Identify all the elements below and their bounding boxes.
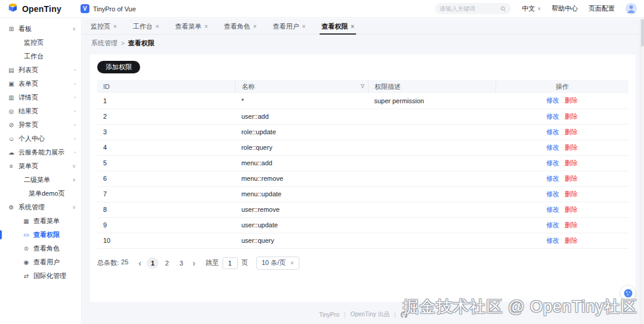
table-row: 9 user::update 修改删除 (97, 217, 628, 233)
theme-settings-button[interactable] (621, 286, 635, 300)
delete-link[interactable]: 删除 (565, 237, 578, 244)
content-card: 添加权限 ID 名称 ∇ 权限描述 操作 1 * super permissio (90, 54, 636, 302)
product-badge[interactable]: V TinyPro of Vue (80, 4, 136, 13)
edit-link[interactable]: 修改 (546, 97, 559, 104)
view-user-icon: ◉ (23, 259, 30, 266)
detail-icon: ▥ (8, 94, 15, 101)
tab-monitor[interactable]: 监控页 × (91, 18, 117, 34)
filter-icon[interactable]: ∇ (361, 84, 364, 90)
dashboard-icon: ⊞ (8, 26, 15, 32)
sidebar-item-form[interactable]: ▣ 表单页 › (0, 77, 81, 91)
tab-workbench[interactable]: 工作台 × (133, 18, 159, 34)
edit-link[interactable]: 修改 (546, 206, 559, 213)
i18n-icon: ⇄ (23, 273, 30, 279)
edit-link[interactable]: 修改 (546, 237, 559, 244)
edit-link[interactable]: 修改 (546, 159, 559, 166)
close-icon[interactable]: × (156, 23, 159, 30)
delete-link[interactable]: 删除 (565, 190, 578, 198)
user-icon: ☺ (8, 135, 15, 142)
chevron-right-icon: › (74, 95, 76, 100)
edit-link[interactable]: 修改 (546, 144, 559, 151)
col-header-actions: 操作 (496, 80, 628, 93)
github-icon[interactable] (401, 311, 407, 318)
goto-page-input[interactable] (222, 257, 238, 269)
search-input[interactable] (439, 5, 497, 12)
scrollbar-thumb[interactable] (641, 19, 644, 47)
search-icon[interactable] (500, 6, 506, 12)
chevron-right-icon: › (74, 81, 76, 87)
delete-link[interactable]: 删除 (565, 128, 578, 135)
page-config-link[interactable]: 页面配置 (589, 4, 615, 13)
prev-page-button[interactable]: ‹ (135, 259, 144, 267)
chevron-right-icon: › (74, 122, 76, 128)
sidebar-item-profile[interactable]: ☺ 个人中心 › (0, 132, 81, 146)
help-center-link[interactable]: 帮助中心 (552, 4, 578, 13)
cell-name: user::add (236, 109, 369, 124)
delete-link[interactable]: 删除 (565, 97, 578, 104)
edit-link[interactable]: 修改 (546, 128, 559, 135)
page-number-1[interactable]: 1 (147, 257, 159, 269)
tab-bar: 监控页 × 工作台 × 查看菜单 × 查看角色 × 查看用户 × 查看权限 × (82, 18, 644, 35)
next-page-button[interactable]: › (190, 259, 199, 267)
close-icon[interactable]: × (205, 23, 208, 30)
sidebar-item-menu-page[interactable]: ≡ 菜单页 ∨ (0, 159, 81, 173)
delete-link[interactable]: 删除 (565, 113, 578, 120)
vertical-scrollbar[interactable] (640, 18, 644, 324)
sidebar-item-kanban[interactable]: ⊞ 看板 ∨ (0, 22, 81, 36)
sidebar-item-view-permission[interactable]: ▭ 查看权限 (0, 228, 81, 242)
opentiny-logo[interactable]: OpenTiny (7, 3, 61, 15)
col-header-name: 名称 ∇ (236, 80, 369, 93)
add-permission-button[interactable]: 添加权限 (97, 61, 140, 73)
sidebar-item-workbench[interactable]: 工作台 (0, 50, 81, 63)
main-area: 监控页 × 工作台 × 查看菜单 × 查看角色 × 查看用户 × 查看权限 × … (82, 18, 644, 324)
cell-id: 8 (97, 202, 236, 217)
user-avatar[interactable] (626, 3, 637, 14)
cell-name: user::query (236, 233, 369, 248)
delete-link[interactable]: 删除 (565, 206, 578, 213)
sidebar-item-submenu[interactable]: 二级菜单 ∨ (0, 173, 81, 187)
close-icon[interactable]: × (113, 23, 117, 30)
page-number-3[interactable]: 3 (175, 257, 187, 269)
sidebar-item-view-menu[interactable]: ▦ 查看菜单 (0, 214, 81, 228)
tab-view-permission[interactable]: 查看权限 × (321, 18, 354, 34)
tab-view-role[interactable]: 查看角色 × (224, 18, 257, 34)
delete-link[interactable]: 删除 (565, 221, 578, 229)
table-row: 2 user::add 修改删除 (97, 109, 628, 124)
goto-label: 跳至 (206, 258, 219, 267)
delete-link[interactable]: 删除 (565, 144, 578, 151)
sidebar-item-list[interactable]: ▤ 列表页 › (0, 63, 81, 77)
sidebar-item-i18n[interactable]: ⇄ 国际化管理 (0, 269, 81, 283)
page-number-2[interactable]: 2 (161, 257, 173, 269)
sidebar-item-view-role[interactable]: ♔ 查看角色 (0, 242, 81, 255)
edit-link[interactable]: 修改 (546, 175, 559, 182)
sidebar-item-view-user[interactable]: ◉ 查看用户 (0, 255, 81, 269)
sidebar-item-menu-demo[interactable]: 菜单demo页 (0, 187, 81, 200)
edit-link[interactable]: 修改 (546, 221, 559, 229)
edit-link[interactable]: 修改 (546, 113, 559, 120)
footer-brand: TinyPro (319, 311, 339, 318)
edit-link[interactable]: 修改 (546, 190, 559, 198)
sidebar-item-detail[interactable]: ▥ 详情页 › (0, 91, 81, 104)
page-size-select[interactable]: 10 条/页 ∨ (256, 257, 299, 270)
cell-id: 6 (97, 171, 236, 186)
language-switcher[interactable]: 中文 ∨ (522, 4, 541, 13)
sidebar-item-system[interactable]: ⚙ 系统管理 ∨ (0, 200, 81, 214)
close-icon[interactable]: × (253, 23, 257, 30)
close-icon[interactable]: × (302, 23, 305, 30)
breadcrumb-parent[interactable]: 系统管理 (91, 39, 117, 48)
sidebar-item-monitor[interactable]: 监控页 (0, 36, 81, 50)
cell-id: 10 (97, 233, 236, 248)
sidebar-item-result[interactable]: ◎ 结果页 › (0, 104, 81, 118)
delete-link[interactable]: 删除 (565, 175, 578, 182)
table-row: 5 menu::add 修改删除 (97, 155, 628, 171)
cell-name: * (236, 93, 369, 109)
chevron-right-icon: › (74, 109, 76, 114)
sidebar-item-exception[interactable]: ⊘ 异常页 › (0, 118, 81, 132)
cell-name: menu::add (236, 155, 369, 171)
tab-view-menu[interactable]: 查看菜单 × (175, 18, 208, 34)
table-row: 6 menu::remove 修改删除 (97, 171, 628, 186)
sidebar-item-cloud[interactable]: ☁ 云服务能力展示 › (0, 146, 81, 159)
tab-view-user[interactable]: 查看用户 × (273, 18, 305, 34)
close-icon[interactable]: × (351, 23, 354, 30)
delete-link[interactable]: 删除 (565, 159, 578, 166)
